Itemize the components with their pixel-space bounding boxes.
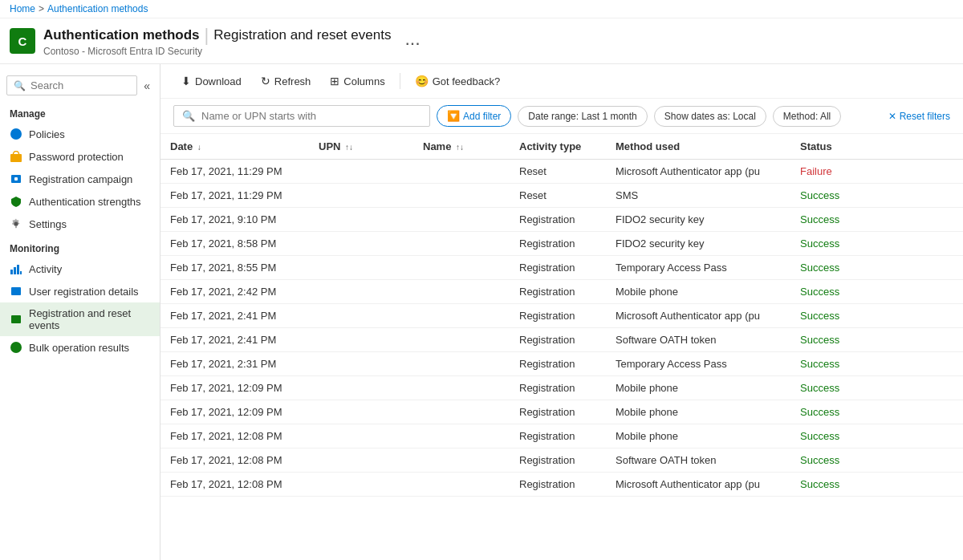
- table-cell: [309, 328, 413, 352]
- sidebar-item-label: User registration details: [29, 286, 139, 298]
- refresh-icon: ↻: [261, 75, 270, 87]
- table-row[interactable]: Feb 17, 2021, 12:09 PMRegistrationMobile…: [160, 376, 963, 400]
- table-cell: [413, 160, 510, 184]
- table-cell: Feb 17, 2021, 12:09 PM: [160, 376, 309, 400]
- table-cell: [413, 448, 510, 473]
- table-cell: Registration: [510, 208, 606, 232]
- columns-button[interactable]: ⊞ Columns: [322, 71, 392, 91]
- table-row[interactable]: Feb 17, 2021, 8:55 PMRegistrationTempora…: [160, 256, 963, 280]
- settings-icon: [10, 217, 22, 230]
- table-cell: Registration: [510, 473, 606, 497]
- table-cell: [413, 473, 510, 497]
- col-header-activity-type[interactable]: Activity type: [510, 134, 606, 160]
- download-button[interactable]: ⬇ Download: [173, 71, 250, 91]
- add-filter-button[interactable]: 🔽 Add filter: [437, 105, 511, 127]
- feedback-button[interactable]: 😊 Got feedback?: [407, 71, 509, 91]
- download-icon: ⬇: [181, 75, 191, 87]
- table-row[interactable]: Feb 17, 2021, 9:10 PMRegistrationFIDO2 s…: [160, 208, 963, 232]
- table-row[interactable]: Feb 17, 2021, 12:09 PMRegistrationMobile…: [160, 400, 963, 424]
- sidebar-item-label: Password protection: [29, 151, 124, 163]
- sidebar-manage-label: Manage: [0, 100, 160, 123]
- col-header-status[interactable]: Status: [790, 134, 963, 160]
- sidebar-item-registration-and-reset-events[interactable]: Registration and reset events: [0, 302, 160, 336]
- sidebar-item-label: Bulk operation results: [29, 342, 129, 354]
- sidebar-item-registration-campaign[interactable]: Registration campaign: [0, 168, 160, 190]
- reset-filters-link[interactable]: ✕ Reset filters: [888, 111, 950, 122]
- table-row[interactable]: Feb 17, 2021, 2:31 PMRegistrationTempora…: [160, 352, 963, 376]
- table-cell: [309, 473, 413, 497]
- table-cell: Success: [790, 328, 963, 352]
- breadcrumb-bar: Home > Authentication methods: [0, 0, 963, 18]
- table-row[interactable]: Feb 17, 2021, 12:08 PMRegistrationSoftwa…: [160, 448, 963, 473]
- table-cell: [309, 304, 413, 328]
- sidebar-item-bulk-operation-results[interactable]: Bulk operation results: [0, 336, 160, 359]
- feedback-icon: 😊: [415, 75, 429, 87]
- method-chip[interactable]: Method: All: [773, 106, 841, 127]
- table-cell: Software OATH token: [606, 328, 790, 352]
- table-row[interactable]: Feb 17, 2021, 2:41 PMRegistrationSoftwar…: [160, 328, 963, 352]
- breadcrumb-home[interactable]: Home: [10, 3, 35, 14]
- col-header-method-used[interactable]: Method used: [606, 134, 790, 160]
- show-dates-chip[interactable]: Show dates as: Local: [654, 106, 766, 127]
- sidebar-item-activity[interactable]: Activity: [0, 258, 160, 280]
- table-cell: [309, 400, 413, 424]
- table-cell: [413, 400, 510, 424]
- date-range-chip[interactable]: Date range: Last 1 month: [518, 106, 647, 127]
- sidebar-search-input[interactable]: [30, 79, 130, 91]
- table-header: Date ↓ UPN ↑↓ Name ↑↓ Activity type: [160, 134, 963, 160]
- table-cell: [413, 184, 510, 208]
- svg-point-0: [10, 128, 22, 140]
- filter-bar: 🔍 🔽 Add filter Date range: Last 1 month …: [160, 99, 963, 134]
- bulk-icon: [10, 341, 22, 354]
- sidebar-item-user-registration-details[interactable]: User registration details: [0, 280, 160, 302]
- auth-strength-icon: [10, 195, 22, 208]
- table-cell: Microsoft Authenticator app (pu: [606, 304, 790, 328]
- table-cell: [309, 184, 413, 208]
- sidebar-search-box[interactable]: 🔍: [6, 75, 137, 95]
- col-header-upn[interactable]: UPN ↑↓: [309, 134, 413, 160]
- table-cell: Registration: [510, 376, 606, 400]
- sidebar-item-settings[interactable]: Settings: [0, 213, 160, 235]
- filter-search-box[interactable]: 🔍: [173, 105, 430, 127]
- table-cell: Registration: [510, 304, 606, 328]
- table-cell: FIDO2 security key: [606, 232, 790, 256]
- sidebar-item-authentication-strengths[interactable]: Authentication strengths: [0, 190, 160, 213]
- svg-rect-9: [20, 271, 22, 274]
- table-cell: Mobile phone: [606, 424, 790, 448]
- header-more-icon[interactable]: ...: [405, 34, 421, 48]
- table-cell: Success: [790, 304, 963, 328]
- table-cell: [413, 376, 510, 400]
- breadcrumb-current[interactable]: Authentication methods: [47, 3, 148, 14]
- svg-rect-6: [10, 270, 13, 274]
- sidebar-item-policies[interactable]: Policies: [0, 123, 160, 145]
- table-cell: Temporary Access Pass: [606, 256, 790, 280]
- svg-rect-10: [11, 287, 21, 295]
- table-cell: Software OATH token: [606, 448, 790, 473]
- table-cell: Success: [790, 400, 963, 424]
- table-row[interactable]: Feb 17, 2021, 8:58 PMRegistrationFIDO2 s…: [160, 232, 963, 256]
- table-cell: SMS: [606, 184, 790, 208]
- table-row[interactable]: Feb 17, 2021, 2:42 PMRegistrationMobile …: [160, 280, 963, 304]
- table-cell: Feb 17, 2021, 2:41 PM: [160, 328, 309, 352]
- col-header-name[interactable]: Name ↑↓: [413, 134, 510, 160]
- collapse-icon[interactable]: «: [140, 78, 153, 94]
- sidebar-item-password-protection[interactable]: Password protection: [0, 145, 160, 168]
- refresh-button[interactable]: ↻ Refresh: [253, 71, 319, 91]
- table-row[interactable]: Feb 17, 2021, 11:29 PMResetMicrosoft Aut…: [160, 160, 963, 184]
- registration-campaign-icon: [10, 172, 22, 185]
- table-row[interactable]: Feb 17, 2021, 12:08 PMRegistrationMicros…: [160, 473, 963, 497]
- filter-search-input[interactable]: [201, 110, 421, 122]
- table-row[interactable]: Feb 17, 2021, 2:41 PMRegistrationMicroso…: [160, 304, 963, 328]
- table-row[interactable]: Feb 17, 2021, 11:29 PMResetSMSSuccess: [160, 184, 963, 208]
- sort-icon: ↑↓: [345, 143, 353, 152]
- table-cell: Success: [790, 280, 963, 304]
- table-cell: [413, 352, 510, 376]
- table-cell: [309, 448, 413, 473]
- table-row[interactable]: Feb 17, 2021, 12:08 PMRegistrationMobile…: [160, 424, 963, 448]
- table-cell: [413, 304, 510, 328]
- svg-rect-8: [17, 265, 19, 274]
- table-cell: Feb 17, 2021, 2:31 PM: [160, 352, 309, 376]
- breadcrumb-separator: >: [39, 3, 44, 14]
- col-header-date[interactable]: Date ↓: [160, 134, 309, 160]
- main-layout: 🔍 « Manage Policies Password protection …: [0, 64, 963, 560]
